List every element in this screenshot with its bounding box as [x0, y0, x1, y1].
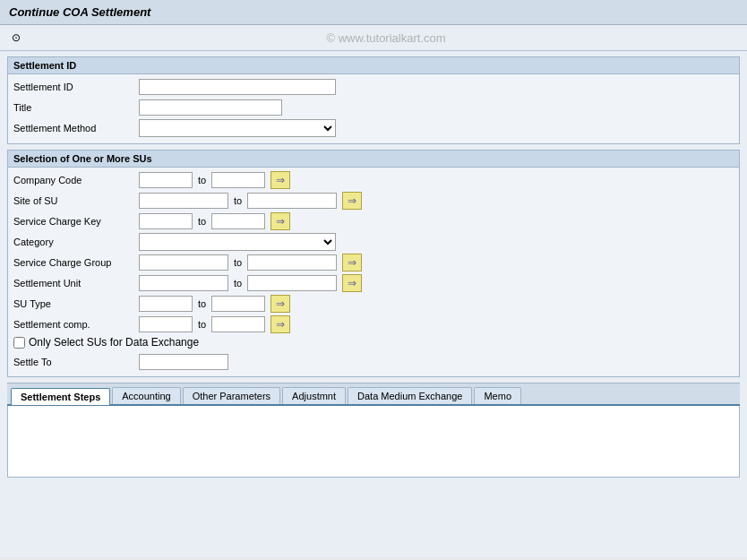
settlement-unit-row: Settlement Unit to ⇒ — [13, 274, 734, 292]
site-of-su-from[interactable] — [139, 193, 228, 209]
company-code-label: Company Code — [13, 175, 139, 185]
settlement-unit-to[interactable] — [247, 275, 337, 291]
settlement-unit-label: Settlement Unit — [13, 278, 139, 289]
title-row: Title — [13, 99, 734, 116]
service-charge-key-label: Service Charge Key — [13, 216, 139, 227]
settlement-unit-arrow[interactable]: ⇒ — [342, 274, 362, 292]
tab-other-parameters[interactable]: Other Parameters — [183, 387, 280, 404]
tabs-container: Settlement Steps Accounting Other Parame… — [7, 383, 740, 478]
su-type-row: SU Type to ⇒ — [13, 295, 734, 313]
settlement-id-label: Settlement ID — [13, 82, 139, 92]
service-charge-group-from[interactable] — [139, 254, 228, 271]
company-code-from[interactable] — [139, 172, 193, 188]
settle-to-row: Settle To — [13, 354, 734, 370]
settlement-comp-to[interactable] — [211, 316, 265, 332]
data-exchange-label: Only Select SUs for Data Exchange — [29, 336, 199, 349]
service-charge-key-row: Service Charge Key to ⇒ — [13, 212, 734, 230]
settle-to-label: Settle To — [13, 357, 139, 367]
service-charge-group-to[interactable] — [247, 254, 337, 271]
category-select[interactable] — [139, 233, 336, 251]
category-label: Category — [13, 237, 139, 247]
selection-header: Selection of One or More SUs — [8, 151, 739, 168]
tab-accounting[interactable]: Accounting — [112, 387, 180, 404]
company-code-to-label: to — [198, 175, 206, 185]
settlement-method-row: Settlement Method — [13, 119, 734, 137]
su-type-to-label: to — [198, 298, 206, 309]
tab-memo[interactable]: Memo — [474, 387, 521, 404]
service-charge-group-to-label: to — [234, 257, 242, 268]
selection-section: Selection of One or More SUs Company Cod… — [7, 150, 740, 377]
title-input[interactable] — [139, 99, 282, 116]
service-charge-group-label: Service Charge Group — [13, 257, 139, 268]
tab-content — [7, 406, 740, 478]
service-charge-key-to-label: to — [198, 216, 206, 227]
site-of-su-arrow[interactable]: ⇒ — [342, 192, 362, 210]
page-title: Continue COA Settlement — [9, 5, 150, 19]
service-charge-key-arrow[interactable]: ⇒ — [270, 212, 290, 230]
tab-data-medium-exchange[interactable]: Data Medium Exchange — [348, 387, 472, 404]
main-content: Settlement ID Settlement ID Title Settle… — [0, 51, 747, 557]
site-of-su-to[interactable] — [247, 193, 337, 209]
su-type-from[interactable] — [139, 296, 193, 312]
title-label: Title — [13, 102, 139, 113]
company-code-row: Company Code to ⇒ — [13, 171, 734, 189]
settlement-comp-to-label: to — [198, 319, 206, 330]
settlement-id-input[interactable] — [139, 79, 336, 95]
clock-icon[interactable]: ⊙ — [7, 29, 25, 47]
settlement-comp-row: Settlement comp. to ⇒ — [13, 315, 734, 333]
selection-body: Company Code to ⇒ Site of SU to ⇒ Servic… — [8, 168, 739, 376]
su-type-label: SU Type — [13, 298, 139, 309]
title-bar: Continue COA Settlement — [0, 0, 747, 25]
watermark: © www.tutorialkart.com — [32, 31, 740, 45]
data-exchange-checkbox[interactable] — [13, 337, 25, 349]
settlement-comp-label: Settlement comp. — [13, 319, 139, 330]
tab-settlement-steps[interactable]: Settlement Steps — [11, 388, 110, 405]
service-charge-group-arrow[interactable]: ⇒ — [342, 254, 362, 271]
company-code-to[interactable] — [211, 172, 265, 188]
settlement-unit-to-label: to — [234, 278, 242, 289]
settlement-method-select[interactable] — [139, 119, 336, 137]
service-charge-key-to[interactable] — [211, 213, 265, 229]
settlement-method-label: Settlement Method — [13, 123, 139, 134]
toolbar: ⊙ © www.tutorialkart.com — [0, 25, 747, 51]
company-code-arrow[interactable]: ⇒ — [270, 171, 290, 189]
service-charge-key-from[interactable] — [139, 213, 193, 229]
settle-to-input[interactable] — [139, 354, 228, 370]
tab-adjustmnt[interactable]: Adjustmnt — [282, 387, 346, 404]
data-exchange-checkbox-row: Only Select SUs for Data Exchange — [13, 336, 734, 349]
settlement-id-body: Settlement ID Title Settlement Method — [8, 74, 739, 143]
site-of-su-to-label: to — [234, 195, 242, 206]
tabs-bar: Settlement Steps Accounting Other Parame… — [7, 383, 740, 406]
site-of-su-label: Site of SU — [13, 195, 139, 206]
service-charge-group-row: Service Charge Group to ⇒ — [13, 254, 734, 271]
settlement-comp-from[interactable] — [139, 316, 193, 332]
settlement-id-section: Settlement ID Settlement ID Title Settle… — [7, 56, 740, 144]
site-of-su-row: Site of SU to ⇒ — [13, 192, 734, 210]
settlement-comp-arrow[interactable]: ⇒ — [270, 315, 290, 333]
settlement-id-header: Settlement ID — [8, 57, 739, 74]
category-row: Category — [13, 233, 734, 251]
settlement-unit-from[interactable] — [139, 275, 228, 291]
settlement-id-row: Settlement ID — [13, 78, 734, 96]
su-type-arrow[interactable]: ⇒ — [270, 295, 290, 313]
su-type-to[interactable] — [211, 296, 265, 312]
